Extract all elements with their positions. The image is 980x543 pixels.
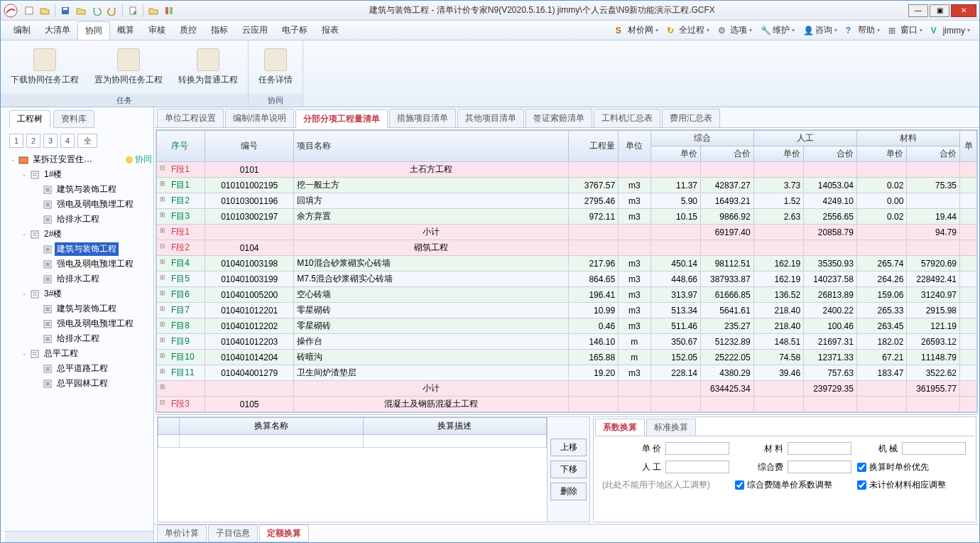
grid-item-row[interactable]: F目5010401003199M7.5混合砂浆砌实心砖墙864.65m3448.… xyxy=(157,272,977,287)
qa-doc-icon[interactable] xyxy=(126,4,140,18)
unitprice-input[interactable] xyxy=(665,442,729,455)
material-input[interactable] xyxy=(788,442,851,455)
menu-指标[interactable]: 指标 xyxy=(204,21,235,40)
qa-save-icon[interactable] xyxy=(58,4,72,18)
btn-下移[interactable]: 下移 xyxy=(550,461,587,478)
content-tab-2[interactable]: 分部分项工程量清单 xyxy=(295,109,388,128)
rlink-咨询[interactable]: 👤咨询▾ xyxy=(800,23,841,38)
lr-tab-系数换算[interactable]: 系数换算 xyxy=(595,419,645,436)
project-tree[interactable]: -某拆迁安置住…协同-1#楼建筑与装饰工程强电及弱电预埋工程给排水工程-2#楼建… xyxy=(5,151,153,531)
ribbon-任务详情[interactable]: 任务详情 xyxy=(254,43,297,91)
lr-tab-标准换算[interactable]: 标准换算 xyxy=(646,419,696,436)
menu-协同[interactable]: 协同 xyxy=(77,21,110,40)
btn-删除[interactable]: 删除 xyxy=(550,483,587,500)
grid-item-row[interactable]: F目3010103002197余方弃置972.11m310.159866.922… xyxy=(157,209,977,225)
tree-node[interactable]: -3#楼 xyxy=(8,286,152,301)
grid-subtotal-row[interactable]: 小计634425.34239729.35361955.77 xyxy=(157,381,977,397)
tree-node[interactable]: -某拆迁安置住…协同 xyxy=(8,152,152,167)
grid-item-row[interactable]: F目9010401012203操作台146.10m350.6751232.891… xyxy=(157,334,977,350)
menu-云应用[interactable]: 云应用 xyxy=(235,21,275,40)
tree-node[interactable]: 建筑与装饰工程 xyxy=(8,301,152,316)
content-tab-0[interactable]: 单位工程设置 xyxy=(157,109,224,127)
qa-folder2-icon[interactable] xyxy=(146,4,160,18)
labor-input[interactable] xyxy=(665,461,729,473)
menu-质控[interactable]: 质控 xyxy=(173,21,204,40)
rlink-维护[interactable]: 🔧维护▾ xyxy=(757,23,798,38)
content-tab-5[interactable]: 签证索赔清单 xyxy=(526,109,592,127)
pager-4[interactable]: 4 xyxy=(60,134,75,148)
bottom-tab-定额换算[interactable]: 定额换算 xyxy=(259,525,309,542)
ribbon-置为协同任务工程[interactable]: 置为协同任务工程 xyxy=(90,43,167,91)
left-tab-工程树[interactable]: 工程树 xyxy=(9,110,50,128)
check-unpriced[interactable]: 未计价材料相应调整 xyxy=(857,479,967,491)
tree-node[interactable]: -总平工程 xyxy=(8,346,152,361)
tree-node[interactable]: -2#楼 xyxy=(8,227,152,242)
menu-编制[interactable]: 编制 xyxy=(6,21,38,40)
qa-undo-icon[interactable] xyxy=(89,4,104,18)
tree-node[interactable]: 给排水工程 xyxy=(8,212,152,227)
pager-全[interactable]: 全 xyxy=(77,134,97,148)
conversion-table[interactable]: 换算名称 换算描述 上移下移删除 xyxy=(157,416,590,522)
content-tab-7[interactable]: 费用汇总表 xyxy=(662,109,720,127)
ribbon-下载协同任务工程[interactable]: 下载协同任务工程 xyxy=(6,43,83,91)
content-tab-1[interactable]: 编制/清单说明 xyxy=(225,109,294,127)
menu-电子标[interactable]: 电子标 xyxy=(275,21,315,40)
rlink-窗口[interactable]: ⊞窗口▾ xyxy=(885,23,926,38)
tree-node[interactable]: 强电及弱电预埋工程 xyxy=(8,316,152,331)
qa-open-icon[interactable] xyxy=(38,4,52,18)
tree-node[interactable]: 总平道路工程 xyxy=(8,361,152,376)
menu-审核[interactable]: 审核 xyxy=(141,21,173,40)
maximize-button[interactable]: ▣ xyxy=(930,4,949,17)
grid-item-row[interactable]: F目6010401005200空心砖墙196.41m3313.9761666.8… xyxy=(157,287,977,303)
tree-node[interactable]: -1#楼 xyxy=(8,167,152,182)
left-scrollbar[interactable] xyxy=(5,531,153,542)
grid-item-row[interactable]: F目7010401012201零星砌砖10.99m3513.345641.612… xyxy=(157,303,977,318)
grid-subtotal-row[interactable]: F段1小计69197.4020858.7994.79 xyxy=(157,225,977,240)
content-tab-4[interactable]: 其他项目清单 xyxy=(457,109,524,127)
data-grid[interactable]: 序号编号项目名称工程量单位综合人工材料单单价合价单价合价单价合价F段10101土… xyxy=(156,129,978,413)
grid-item-row[interactable]: F目10010401014204砖暗沟165.88m152.0525222.05… xyxy=(157,350,977,365)
tree-node[interactable]: 建筑与装饰工程 xyxy=(8,182,152,197)
qa-tools-icon[interactable] xyxy=(162,4,176,18)
rlink-选项[interactable]: ⚙选项▾ xyxy=(714,23,756,38)
bottom-tab-子目信息[interactable]: 子目信息 xyxy=(208,525,258,542)
bottom-tab-单价计算[interactable]: 单价计算 xyxy=(157,525,207,542)
left-tab-资料库[interactable]: 资料库 xyxy=(53,110,94,128)
minimize-button[interactable]: — xyxy=(908,4,928,17)
tree-node[interactable]: 给排水工程 xyxy=(8,272,152,286)
pager-2[interactable]: 2 xyxy=(26,134,40,148)
grid-segment-row[interactable]: F段10101土石方工程 xyxy=(157,162,977,178)
grid-item-row[interactable]: F目8010401012202零星砌砖0.46m3511.46235.27218… xyxy=(157,318,977,334)
qa-redo-icon[interactable] xyxy=(105,4,119,18)
grid-item-row[interactable]: F目1010101002195挖一般土方3767.57m311.3742837.… xyxy=(157,178,977,193)
grid-segment-row[interactable]: F段30105混凝土及钢筋混凝土工程 xyxy=(157,397,977,412)
content-tab-6[interactable]: 工料机汇总表 xyxy=(594,109,660,127)
check-comprehensive[interactable]: 综合费随单价系数调整 xyxy=(735,479,853,491)
menu-概算[interactable]: 概算 xyxy=(110,21,141,40)
tree-node[interactable]: 建筑与装饰工程 xyxy=(8,242,152,257)
grid-item-row[interactable]: F目2010103001196回填方2795.46m35.9016493.211… xyxy=(157,193,977,209)
menu-报表[interactable]: 报表 xyxy=(315,21,346,40)
pager-3[interactable]: 3 xyxy=(43,134,58,148)
grid-item-row[interactable]: F目12010501001313地面垫层76.46m3504.9938611.5… xyxy=(157,412,977,414)
menu-大清单[interactable]: 大清单 xyxy=(38,21,77,40)
content-tab-3[interactable]: 措施项目清单 xyxy=(389,109,456,127)
grid-segment-row[interactable]: F段20104砌筑工程 xyxy=(157,240,977,256)
tree-node[interactable]: 强电及弱电预埋工程 xyxy=(8,257,152,272)
close-button[interactable]: ✕ xyxy=(951,4,976,17)
pager-1[interactable]: 1 xyxy=(9,134,23,148)
machine-input[interactable] xyxy=(902,442,966,455)
rlink-帮助[interactable]: ?帮助▾ xyxy=(842,23,883,38)
tree-node[interactable]: 给排水工程 xyxy=(8,331,152,346)
ribbon-转换为普通工程[interactable]: 转换为普通工程 xyxy=(174,43,242,91)
rlink-材价网[interactable]: S材价网▾ xyxy=(612,23,662,38)
rlink-全过程[interactable]: ↻全过程▾ xyxy=(663,23,713,38)
rlink-jimmy[interactable]: Vjimmy▾ xyxy=(927,23,974,38)
tree-node[interactable]: 总平园林工程 xyxy=(8,376,152,391)
comprehensive-input[interactable] xyxy=(788,461,851,473)
qa-new-icon[interactable] xyxy=(22,4,36,18)
grid-item-row[interactable]: F目4010401003198M10混合砂浆砌实心砖墙217.96m3450.1… xyxy=(157,256,977,272)
qa-folder-icon[interactable] xyxy=(74,4,88,18)
tree-node[interactable]: 强电及弱电预埋工程 xyxy=(8,197,152,212)
check-priority[interactable]: 换算时单价优先 xyxy=(857,461,967,473)
